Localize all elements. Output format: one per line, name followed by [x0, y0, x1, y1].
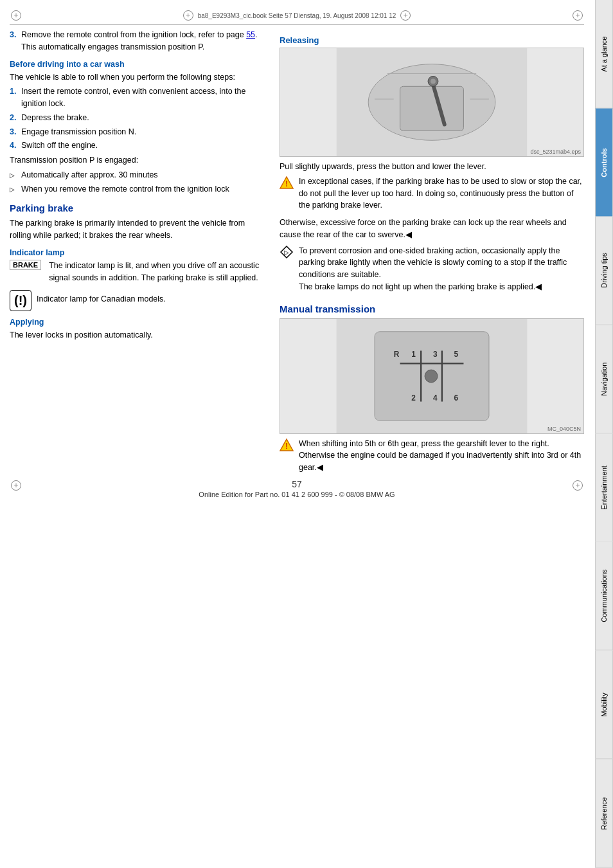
footer-text: Online Edition for Part no. 01 41 2 600 … — [199, 491, 395, 498]
tab-label-communications: Communications — [600, 570, 608, 622]
sidebar-tab-controls[interactable]: Controls — [595, 109, 613, 217]
tab-label-navigation: Navigation — [600, 363, 608, 396]
bullet-1: Automatically after approx. 30 minutes — [10, 169, 267, 181]
sidebar-tab-navigation[interactable]: Navigation — [595, 325, 613, 434]
header-rule — [10, 24, 584, 25]
page-container: ba8_E9293M3_cic.book Seite 57 Dienstag, … — [0, 0, 613, 868]
applying-heading: Applying — [10, 318, 267, 327]
transmission-pos-text: Transmission position P is engaged: — [10, 154, 267, 167]
sidebar-tab-at-a-glance[interactable]: At a glance — [595, 0, 613, 109]
manual-transmission-image: 1 3 5 2 4 6 R MC_040C5N — [280, 318, 584, 434]
svg-text:▷: ▷ — [284, 249, 289, 256]
indicator-lamp-text: The indicator lamp is lit, and when you … — [49, 260, 267, 284]
page-footer: 57 Online Edition for Part no. 01 41 2 6… — [22, 479, 571, 498]
releasing-warning2: Otherwise, excessive force on the parkin… — [280, 217, 584, 241]
manual-warning-text: When shifting into 5th or 6th gear, pres… — [299, 438, 584, 474]
svg-text:R: R — [394, 350, 400, 359]
note-block-1: ▷ To prevent corrosion and one-sided bra… — [280, 245, 584, 293]
tab-label-driving-tips: Driving tips — [600, 253, 608, 288]
sidebar-tab-reference[interactable]: Reference — [595, 759, 613, 868]
step-num-4: 4. — [10, 140, 16, 152]
svg-text:!: ! — [285, 179, 288, 188]
canadian-text: Indicator lamp for Canadian models. — [37, 293, 166, 305]
step3-link[interactable]: 55 — [246, 30, 255, 39]
svg-text:5: 5 — [454, 350, 459, 359]
canadian-indicator-row: (!) Indicator lamp for Canadian models. — [10, 290, 267, 311]
svg-text:1: 1 — [411, 350, 416, 359]
corner-mark-th2 — [400, 10, 411, 21]
left-column: 3. Remove the remote control from the ig… — [10, 29, 267, 479]
tab-label-controls: Controls — [600, 148, 608, 177]
img2-label: MC_040C5N — [547, 426, 581, 432]
two-col-layout: 3. Remove the remote control from the ig… — [10, 29, 584, 479]
manual-warning-block: ! When shifting into 5th or 6th gear, pr… — [280, 438, 584, 474]
bullet-2: When you remove the remote control from … — [10, 183, 267, 195]
before-car-wash-intro: The vehicle is able to roll when you per… — [10, 71, 267, 84]
sidebar-tab-driving-tips[interactable]: Driving tips — [595, 217, 613, 325]
before-car-wash-steps: 1. Insert the remote control, even with … — [10, 86, 267, 152]
sidebar-tab-entertainment[interactable]: Entertainment — [595, 434, 613, 543]
svg-rect-2 — [400, 86, 464, 131]
brake-label: BRAKE — [10, 260, 41, 270]
step3-num: 3. — [10, 29, 16, 41]
indicator-lamp-heading: Indicator lamp — [10, 248, 267, 257]
tab-label-mobility: Mobility — [600, 692, 608, 716]
warning-block-1: ! In exceptional cases, if the parking b… — [280, 176, 584, 212]
canadian-symbol-box: (!) — [10, 290, 31, 311]
releasing-image: dsc_5231mab4.eps — [280, 48, 584, 157]
parking-brake-heading: Parking brake — [10, 203, 267, 213]
carwash-step-2: 2. Depress the brake. — [10, 112, 267, 124]
warning-icon-1: ! — [280, 176, 294, 194]
brake-label-box: BRAKE — [10, 260, 44, 271]
warning-text-1: In exceptional cases, if the parking bra… — [299, 176, 584, 212]
svg-text:2: 2 — [411, 393, 416, 402]
parking-brake-intro: The parking brake is primarily intended … — [10, 217, 267, 242]
releasing-text: Pull slightly upwards, press the button … — [280, 161, 584, 173]
main-content: ba8_E9293M3_cic.book Seite 57 Dienstag, … — [0, 0, 594, 868]
corner-mark-tr — [573, 10, 583, 21]
note-text-block-1: To prevent corrosion and one-sided braki… — [299, 245, 584, 293]
bottom-corners: 57 Online Edition for Part no. 01 41 2 6… — [10, 479, 584, 498]
svg-point-5 — [431, 78, 436, 84]
corner-mark-bl — [11, 480, 21, 491]
page-number: 57 — [22, 479, 571, 489]
carwash-step-3: 3. Engage transmission position N. — [10, 126, 267, 138]
img1-label: dsc_5231mab4.eps — [530, 149, 581, 155]
step-3-block: 3. Remove the remote control from the ig… — [10, 29, 267, 53]
note-icon-1: ▷ — [280, 245, 294, 263]
step-text-2: Depress the brake. — [21, 113, 89, 122]
step-num-2: 2. — [10, 112, 16, 124]
step-text-4: Switch off the engine. — [21, 141, 98, 150]
step3-text: Remove the remote control from the ignit… — [21, 30, 246, 39]
top-corners: ba8_E9293M3_cic.book Seite 57 Dienstag, … — [10, 9, 584, 22]
svg-text:!: ! — [285, 442, 288, 451]
step-num-1: 1. — [10, 86, 16, 98]
note-text-2: The brake lamps do not light up when the… — [299, 281, 584, 293]
carwash-step-4: 4. Switch off the engine. — [10, 140, 267, 152]
indicator-row: BRAKE The indicator lamp is lit, and whe… — [10, 260, 267, 287]
svg-text:4: 4 — [433, 393, 438, 402]
sidebar-tab-communications[interactable]: Communications — [595, 542, 613, 651]
releasing-heading: Releasing — [280, 35, 584, 45]
header-bar: ba8_E9293M3_cic.book Seite 57 Dienstag, … — [182, 9, 413, 22]
tab-label-entertainment: Entertainment — [600, 466, 608, 509]
sidebar-tab-mobility[interactable]: Mobility — [595, 651, 613, 759]
header-text: ba8_E9293M3_cic.book Seite 57 Dienstag, … — [198, 12, 396, 19]
right-column: Releasing — [280, 29, 584, 479]
manual-transmission-heading: Manual transmission — [280, 303, 584, 314]
applying-text: The lever locks in position automaticall… — [10, 329, 267, 341]
note-text-1: To prevent corrosion and one-sided braki… — [299, 245, 584, 281]
step-num-3: 3. — [10, 126, 16, 138]
svg-text:6: 6 — [454, 393, 459, 402]
step-text-3: Engage transmission position N. — [21, 127, 136, 136]
corner-mark-th — [183, 10, 193, 21]
tab-label-reference: Reference — [600, 797, 608, 830]
transmission-bullets: Automatically after approx. 30 minutes W… — [10, 169, 267, 195]
corner-mark-br — [573, 480, 583, 491]
exclamation-icon: (!) — [14, 293, 27, 308]
before-car-wash-heading: Before driving into a car wash — [10, 60, 267, 69]
sidebar-tabs: At a glance Controls Driving tips Naviga… — [595, 0, 613, 868]
svg-point-25 — [425, 370, 438, 383]
warning-icon-2: ! — [280, 438, 294, 456]
tab-label-at-a-glance: At a glance — [600, 36, 608, 71]
